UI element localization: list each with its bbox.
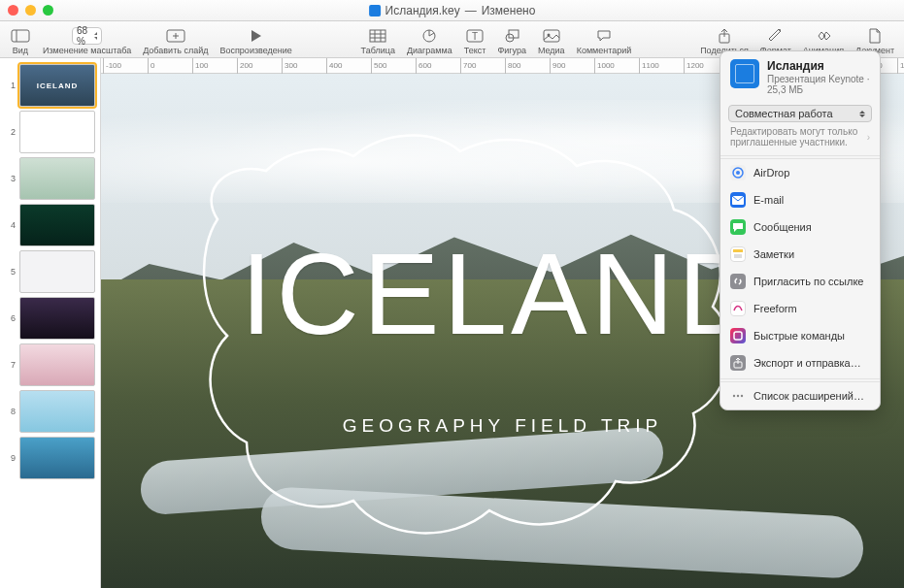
add-slide-button[interactable]: Добавить слайд	[137, 27, 214, 57]
media-button[interactable]: Медиа	[532, 27, 571, 57]
comment-icon	[593, 27, 615, 45]
shape-icon	[501, 27, 522, 45]
collaboration-mode-selector[interactable]: Совместная работа	[728, 105, 872, 122]
animate-icon	[813, 27, 834, 45]
view-icon	[10, 27, 31, 45]
document-preview-icon	[730, 59, 759, 88]
text-button[interactable]: T Текст	[458, 27, 492, 57]
svg-marker-3	[94, 37, 98, 40]
svg-marker-7	[251, 30, 261, 42]
share-freeform[interactable]: Freeform	[720, 295, 880, 322]
keynote-document-icon	[369, 5, 381, 16]
zoom-control[interactable]: 68 % Изменение масштаба	[37, 27, 137, 57]
format-icon	[765, 27, 787, 45]
svg-point-35	[737, 395, 739, 397]
share-export[interactable]: Экспорт и отправка…	[720, 349, 880, 376]
svg-rect-31	[734, 332, 742, 340]
media-icon	[541, 27, 562, 45]
text-icon: T	[464, 27, 485, 45]
share-icon	[714, 27, 735, 45]
fullscreen-window-button[interactable]	[43, 5, 53, 16]
svg-rect-8	[370, 30, 385, 42]
freeform-icon	[730, 301, 746, 316]
table-button[interactable]: Таблица	[355, 27, 401, 57]
window-controls	[8, 5, 53, 16]
title-filename: Исландия.key	[385, 4, 460, 17]
link-icon	[730, 274, 746, 289]
close-window-button[interactable]	[8, 5, 18, 16]
chevron-right-icon: ›	[867, 132, 870, 143]
share-shortcuts[interactable]: Быстрые команды	[720, 322, 880, 349]
share-extensions[interactable]: Список расширений…	[720, 381, 880, 409]
view-button[interactable]: Вид	[4, 27, 37, 57]
collaboration-description[interactable]: Редактировать могут только приглашенные …	[720, 126, 880, 153]
airdrop-icon	[730, 165, 746, 180]
svg-point-36	[741, 395, 743, 397]
svg-rect-0	[12, 30, 29, 42]
share-mail[interactable]: E-mail	[720, 186, 880, 213]
slide-navigator[interactable]: 1 2 3 4 5 6 7 8 9	[0, 58, 101, 588]
chart-icon	[419, 27, 440, 45]
slide-thumbnail-1[interactable]: 1	[4, 64, 96, 107]
share-invite-link[interactable]: Пригласить по ссылке	[720, 268, 880, 295]
svg-text:T: T	[472, 31, 478, 42]
slide-thumbnail-4[interactable]: 4	[4, 204, 96, 246]
svg-point-26	[736, 171, 740, 175]
play-icon	[246, 27, 267, 45]
mail-icon	[730, 192, 746, 208]
svg-rect-28	[733, 249, 743, 252]
share-header: Исландия Презентация Keynote · 25,3 МБ	[720, 51, 880, 101]
chart-button[interactable]: Диаграмма	[401, 27, 458, 57]
export-icon	[730, 355, 746, 371]
slide-thumbnail-5[interactable]: 5	[4, 250, 96, 293]
share-popover: Исландия Презентация Keynote · 25,3 МБ С…	[720, 50, 881, 410]
slide-thumbnail-3[interactable]: 3	[4, 157, 96, 200]
minimize-window-button[interactable]	[25, 5, 36, 16]
extensions-icon	[730, 388, 746, 404]
slide-thumbnail-6[interactable]: 6	[4, 297, 96, 340]
svg-marker-2	[94, 32, 98, 35]
document-title[interactable]: Исландия.key — Изменено	[369, 4, 536, 17]
dropdown-icon	[859, 111, 865, 117]
window-titlebar: Исландия.key — Изменено	[0, 0, 904, 21]
add-slide-icon	[165, 27, 186, 45]
shape-button[interactable]: Фигура	[491, 27, 532, 57]
svg-point-22	[779, 29, 781, 31]
share-doc-name: Исландия	[767, 59, 870, 73]
title-status: Изменено	[482, 4, 536, 17]
share-messages[interactable]: Сообщения	[720, 213, 880, 241]
shortcuts-icon	[730, 328, 746, 343]
notes-icon	[730, 246, 746, 262]
svg-marker-23	[819, 32, 825, 40]
messages-icon	[730, 219, 746, 235]
table-icon	[367, 27, 388, 45]
slide-thumbnail-2[interactable]: 2	[4, 111, 96, 153]
svg-marker-24	[823, 32, 830, 40]
slide-thumbnail-8[interactable]: 8	[4, 390, 96, 433]
share-notes[interactable]: Заметки	[720, 241, 880, 268]
play-button[interactable]: Воспроизведение	[214, 27, 297, 57]
slide-thumbnail-7[interactable]: 7	[4, 343, 96, 386]
share-doc-subtitle: Презентация Keynote · 25,3 МБ	[767, 74, 870, 95]
document-icon	[864, 27, 886, 45]
zoom-picker[interactable]: 68 %	[77, 27, 98, 45]
share-airdrop[interactable]: AirDrop	[720, 158, 880, 186]
slide-thumbnail-9[interactable]: 9	[4, 437, 96, 479]
svg-point-34	[733, 395, 735, 397]
comment-button[interactable]: Комментарий	[571, 27, 638, 57]
